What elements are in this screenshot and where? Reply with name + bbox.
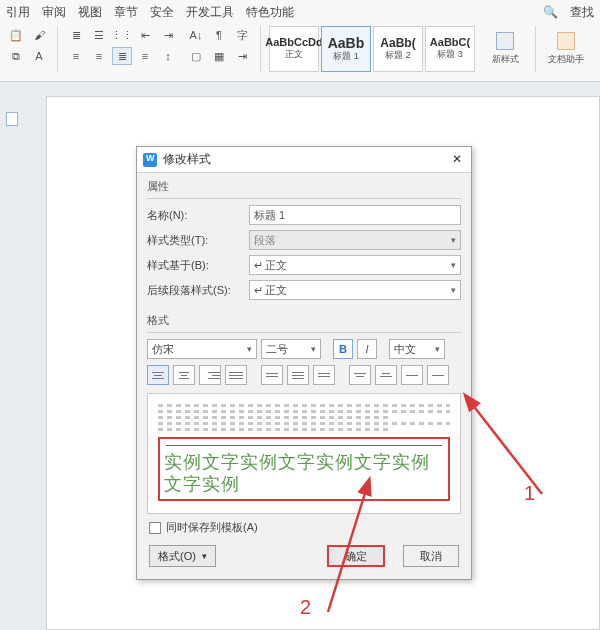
type-select: 段落▾	[249, 230, 461, 250]
align-center-icon[interactable]: ≡	[89, 47, 109, 65]
paragraph-cluster-2: A↓ ¶ 字 ▢ ▦ ⇥	[186, 26, 252, 65]
tab-review[interactable]: 审阅	[42, 4, 66, 21]
borders-icon[interactable]: ▦	[209, 47, 229, 65]
indent-inc-button[interactable]	[375, 365, 397, 385]
tab-references[interactable]: 引用	[6, 4, 30, 21]
spacing-loose-button[interactable]	[313, 365, 335, 385]
style-heading1[interactable]: AaBb 标题 1	[321, 26, 371, 72]
save-to-template-checkbox[interactable]	[149, 522, 161, 534]
align-right-button[interactable]	[199, 365, 221, 385]
copy-icon[interactable]: ⧉	[6, 47, 26, 65]
align-center-button[interactable]	[173, 365, 195, 385]
label-type: 样式类型(T):	[147, 233, 243, 248]
new-style-icon	[496, 32, 514, 50]
style-heading2[interactable]: AaBb( 标题 2	[373, 26, 423, 72]
tabs-icon[interactable]: ⇥	[232, 47, 252, 65]
language-select[interactable]: 中文▾	[389, 339, 445, 359]
italic-button[interactable]: I	[357, 339, 377, 359]
multilevel-icon[interactable]: ⋮⋮	[112, 26, 132, 44]
tab-security[interactable]: 安全	[150, 4, 174, 21]
indent-left-icon[interactable]: ⇤	[135, 26, 155, 44]
tab-features[interactable]: 特色功能	[246, 4, 294, 21]
search-label[interactable]: 查找	[570, 4, 594, 21]
indent-right-icon[interactable]: ⇥	[158, 26, 178, 44]
brush-icon[interactable]: 🖌	[29, 26, 49, 44]
align-dist-icon[interactable]: ≡	[135, 47, 155, 65]
format-menu-button[interactable]: 格式(O)▾	[149, 545, 216, 567]
section-title-format: 格式	[147, 313, 461, 328]
ribbon-body: 📋 🖌 ⧉ A ≣ ☰ ⋮⋮ ⇤ ⇥ ≡ ≡ ≣ ≡ ↕	[0, 22, 600, 80]
label-name: 名称(N):	[147, 208, 243, 223]
tab-view[interactable]: 视图	[78, 4, 102, 21]
doc-assist-icon	[557, 32, 575, 50]
ribbon-tabs: 引用 审阅 视图 章节 安全 开发工具 特色功能 🔍 查找	[0, 0, 600, 22]
doc-assist-button[interactable]: 文档助手	[544, 26, 588, 72]
char-a-icon[interactable]: A	[29, 47, 49, 65]
dialog-title: 修改样式	[163, 151, 211, 168]
separator-icon	[535, 26, 536, 72]
modify-style-dialog: 修改样式 ✕ 属性 名称(N): 标题 1 样式类型(T): 段落▾ 样式基于(…	[136, 146, 472, 580]
align-justify-button[interactable]	[225, 365, 247, 385]
paste-icon[interactable]: 📋	[6, 26, 26, 44]
textdir-icon[interactable]: 字	[232, 26, 252, 44]
new-style-button[interactable]: 新样式	[483, 26, 527, 72]
properties-section: 属性 名称(N): 标题 1 样式类型(T): 段落▾ 样式基于(B): ↵正文…	[137, 173, 471, 307]
dialog-titlebar[interactable]: 修改样式 ✕	[137, 147, 471, 173]
ok-button[interactable]: 确定	[327, 545, 385, 567]
close-button[interactable]: ✕	[449, 153, 465, 167]
save-to-template-label: 同时保存到模板(A)	[166, 520, 258, 535]
font-name-select[interactable]: 仿宋▾	[147, 339, 257, 359]
showmarks-icon[interactable]: ¶	[209, 26, 229, 44]
align-left-icon[interactable]: ≡	[66, 47, 86, 65]
style-normal[interactable]: AaBbCcDd 正文	[269, 26, 319, 72]
indent-dec-button[interactable]	[349, 365, 371, 385]
sort-icon[interactable]: A↓	[186, 26, 206, 44]
sample-highlight: 实例文字实例文字实例文字实例文字实例	[158, 437, 450, 501]
align-justify-icon[interactable]: ≣	[112, 47, 132, 65]
numbering-icon[interactable]: ☰	[89, 26, 109, 44]
separator-icon	[57, 26, 58, 72]
label-based: 样式基于(B):	[147, 258, 243, 273]
following-style-select[interactable]: ↵正文▾	[249, 280, 461, 300]
label-follow: 后续段落样式(S):	[147, 283, 243, 298]
section-title-props: 属性	[147, 179, 461, 194]
align-left-button[interactable]	[147, 365, 169, 385]
font-size-select[interactable]: 二号▾	[261, 339, 321, 359]
style-heading3[interactable]: AaBbC( 标题 3	[425, 26, 475, 72]
format-section: 格式 仿宋▾ 二号▾ B I 中文▾	[137, 307, 471, 579]
ribbon: 引用 审阅 视图 章节 安全 开发工具 特色功能 🔍 查找 📋 🖌 ⧉ A ≣ …	[0, 0, 600, 82]
bullets-icon[interactable]: ≣	[66, 26, 86, 44]
tab-devtools[interactable]: 开发工具	[186, 4, 234, 21]
style-gallery: AaBbCcDd 正文 AaBb 标题 1 AaBb( 标题 2 AaBbC( …	[269, 26, 475, 72]
based-on-select[interactable]: ↵正文▾	[249, 255, 461, 275]
spacing-tight-button[interactable]	[261, 365, 283, 385]
separator-icon	[260, 26, 261, 72]
tab-sections[interactable]: 章节	[114, 4, 138, 21]
page-thumb-icon	[6, 112, 18, 126]
sample-text: 实例文字实例文字实例文字实例文字实例	[164, 452, 444, 495]
save-to-template-row[interactable]: 同时保存到模板(A)	[149, 520, 461, 535]
paragraph-cluster: ≣ ☰ ⋮⋮ ⇤ ⇥ ≡ ≡ ≣ ≡ ↕	[66, 26, 178, 65]
bold-button[interactable]: B	[333, 339, 353, 359]
app-icon	[143, 153, 157, 167]
paste-cluster: 📋 🖌 ⧉ A	[6, 26, 49, 65]
shading-icon[interactable]: ▢	[186, 47, 206, 65]
style-preview: 实例文字实例文字实例文字实例文字实例	[147, 393, 461, 514]
cancel-button[interactable]: 取消	[403, 545, 459, 567]
para-after-button[interactable]	[427, 365, 449, 385]
linespacing-icon[interactable]: ↕	[158, 47, 178, 65]
para-before-button[interactable]	[401, 365, 423, 385]
name-input[interactable]: 标题 1	[249, 205, 461, 225]
spacing-normal-button[interactable]	[287, 365, 309, 385]
